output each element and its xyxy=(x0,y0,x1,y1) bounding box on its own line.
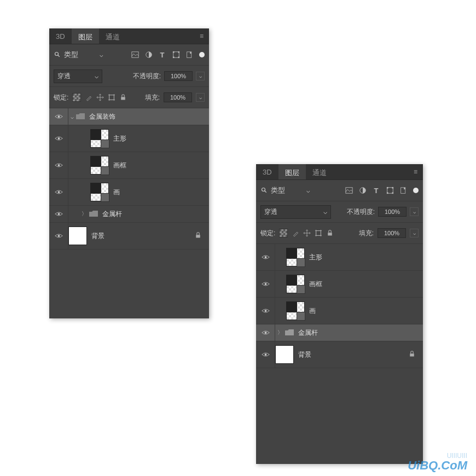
filter-toggle-icon[interactable] xyxy=(413,188,419,193)
shape-filter-icon[interactable] xyxy=(172,51,180,59)
tab-channels[interactable]: 通道 xyxy=(306,164,333,179)
layer-item[interactable]: 画 xyxy=(256,298,423,324)
lock-transparency-icon[interactable] xyxy=(72,93,81,102)
adjustment-filter-icon[interactable] xyxy=(144,51,153,59)
chevron-down-icon[interactable]: ⌵ xyxy=(196,72,205,80)
layer-name[interactable]: 主形 xyxy=(113,134,126,143)
layer-name[interactable]: 金属杆 xyxy=(298,328,318,338)
panel-menu-icon[interactable]: ≡ xyxy=(408,164,423,179)
search-icon xyxy=(54,51,61,59)
smartobject-filter-icon[interactable] xyxy=(185,51,194,59)
visibility-toggle[interactable] xyxy=(49,206,68,222)
opacity-label: 不透明度: xyxy=(133,72,161,81)
lock-move-icon[interactable] xyxy=(303,229,311,237)
chevron-down-icon[interactable]: ⌵ xyxy=(410,229,419,237)
fill-label: 填充: xyxy=(145,93,160,102)
visibility-toggle[interactable] xyxy=(256,324,275,341)
expand-arrow-icon[interactable]: ⌵ xyxy=(68,114,76,120)
filter-toggle-icon[interactable] xyxy=(199,52,205,57)
svg-point-24 xyxy=(262,188,265,191)
chevron-down-icon[interactable]: ⌵ xyxy=(196,93,205,102)
visibility-toggle[interactable] xyxy=(49,223,68,249)
tab-3d[interactable]: 3D xyxy=(256,164,278,179)
chevron-down-icon[interactable]: ⌵ xyxy=(304,187,312,194)
layer-name[interactable]: 画框 xyxy=(309,280,322,289)
blend-mode-select[interactable]: 穿透⌵ xyxy=(260,205,331,219)
fill-input[interactable]: 100% xyxy=(378,228,406,238)
tab-layers[interactable]: 图层 xyxy=(278,164,306,179)
text-filter-icon[interactable]: T xyxy=(372,187,380,195)
lock-all-icon[interactable] xyxy=(119,94,127,101)
collapse-arrow-icon[interactable]: 〉 xyxy=(79,210,89,218)
layer-item[interactable]: 主形 xyxy=(49,125,209,152)
blend-mode-select[interactable]: 穿透⌵ xyxy=(54,69,102,83)
fill-input[interactable]: 100% xyxy=(164,92,192,102)
layer-item[interactable]: 画框 xyxy=(256,271,423,298)
folder-icon xyxy=(285,329,294,336)
svg-point-21 xyxy=(57,213,60,215)
layer-item[interactable]: 画框 xyxy=(49,152,209,179)
chevron-down-icon[interactable]: ⌵ xyxy=(97,51,105,59)
tab-channels[interactable]: 通道 xyxy=(99,28,126,44)
svg-point-41 xyxy=(264,256,266,258)
layer-name[interactable]: 主形 xyxy=(309,253,322,262)
layer-name[interactable]: 画 xyxy=(113,188,120,197)
layer-name[interactable]: 背景 xyxy=(298,350,311,359)
svg-point-44 xyxy=(264,332,266,334)
layer-group[interactable]: 〉 金属杆 xyxy=(256,324,423,341)
fill-label: 填充: xyxy=(359,229,374,238)
panel-menu-icon[interactable]: ≡ xyxy=(194,28,209,44)
text-filter-icon[interactable]: T xyxy=(158,51,166,59)
lock-brush-icon[interactable] xyxy=(85,94,92,101)
adjustment-filter-icon[interactable] xyxy=(358,187,367,195)
layer-name[interactable]: 画 xyxy=(309,306,316,316)
svg-point-43 xyxy=(264,310,266,312)
visibility-toggle[interactable] xyxy=(256,271,275,297)
visibility-toggle[interactable] xyxy=(256,298,275,324)
layer-name[interactable]: 背景 xyxy=(91,231,105,241)
layer-name[interactable]: 金属杆 xyxy=(102,210,122,219)
lock-artboard-icon[interactable] xyxy=(315,229,322,237)
svg-rect-10 xyxy=(190,51,191,53)
opacity-input[interactable]: 100% xyxy=(164,71,193,81)
lock-label: 锁定: xyxy=(260,229,275,238)
lock-transparency-icon[interactable] xyxy=(279,229,288,237)
svg-point-42 xyxy=(264,283,266,285)
shape-filter-icon[interactable] xyxy=(386,187,394,195)
layer-thumbnail xyxy=(275,345,294,364)
layer-group[interactable]: 〉 金属杆 xyxy=(49,206,209,223)
image-filter-icon[interactable] xyxy=(345,187,353,195)
layer-group[interactable]: ⌵ 金属装饰 xyxy=(49,108,209,125)
layer-name[interactable]: 金属装饰 xyxy=(89,112,115,121)
lock-brush-icon[interactable] xyxy=(292,229,299,237)
image-filter-icon[interactable] xyxy=(131,51,139,59)
lock-all-icon[interactable] xyxy=(326,229,334,237)
layer-item[interactable]: 背景 xyxy=(256,341,423,368)
lock-move-icon[interactable] xyxy=(96,94,104,101)
chevron-down-icon[interactable]: ⌵ xyxy=(410,207,419,216)
visibility-toggle[interactable] xyxy=(49,125,68,152)
tab-3d[interactable]: 3D xyxy=(49,28,72,44)
lock-icon xyxy=(409,351,423,359)
layer-name[interactable]: 画框 xyxy=(113,161,126,170)
layer-item[interactable]: 画 xyxy=(49,179,209,206)
svg-rect-29 xyxy=(386,187,388,189)
filter-type-label[interactable]: 类型 xyxy=(64,50,78,60)
tab-layers[interactable]: 图层 xyxy=(72,28,99,44)
svg-point-45 xyxy=(264,353,266,356)
collapse-arrow-icon[interactable]: 〉 xyxy=(275,329,285,336)
lock-artboard-icon[interactable] xyxy=(108,94,115,101)
visibility-toggle[interactable] xyxy=(256,244,275,270)
smartobject-filter-icon[interactable] xyxy=(399,187,408,195)
layer-item[interactable]: 主形 xyxy=(256,244,423,271)
layer-item[interactable]: 背景 xyxy=(49,223,209,249)
chevron-down-icon: ⌵ xyxy=(323,208,327,216)
filter-type-label[interactable]: 类型 xyxy=(271,185,285,195)
visibility-toggle[interactable] xyxy=(49,179,68,205)
folder-icon xyxy=(76,113,85,120)
svg-rect-11 xyxy=(109,95,114,100)
opacity-input[interactable]: 100% xyxy=(378,207,407,217)
visibility-toggle[interactable] xyxy=(256,341,275,368)
visibility-toggle[interactable] xyxy=(49,152,68,178)
visibility-toggle[interactable] xyxy=(49,108,68,125)
